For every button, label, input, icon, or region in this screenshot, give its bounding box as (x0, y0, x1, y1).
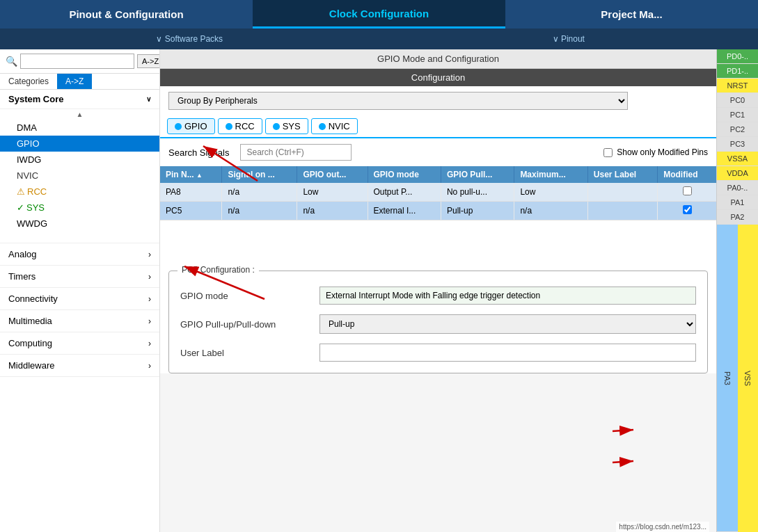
sidebar-item-gpio[interactable]: GPIO (0, 136, 159, 152)
col-modified: Modified (658, 166, 716, 183)
sidebar-category-computing[interactable]: Computing› (0, 332, 159, 355)
pin-vssa[interactable]: VSSA (717, 152, 758, 166)
pin-pd0[interactable]: PD0-.. (717, 49, 758, 64)
col-output: GPIO out... (297, 166, 368, 183)
pin-pa1[interactable]: PA1 (717, 195, 758, 210)
tab-nvic[interactable]: NVIC (311, 118, 358, 134)
pin-vss[interactable]: VSS (738, 225, 759, 532)
gpio-mode-value: External Interrupt Mode with Falling edg… (319, 287, 696, 305)
pin-pa2[interactable]: PA2 (717, 210, 758, 225)
pin-pd1[interactable]: PD1-.. (717, 64, 758, 79)
sidebar: 🔍 A->Z ⚙ Categories A->Z System Core ∨ ▲… (0, 49, 160, 532)
sidebar-sort-select[interactable]: A->Z (137, 54, 160, 68)
col-signal: Signal on ... (222, 166, 297, 183)
col-pull: GPIO Pull... (441, 166, 514, 183)
cell-mode: External I... (368, 202, 441, 220)
cell-pin: PC5 (160, 202, 222, 220)
cell-output: n/a (297, 202, 368, 220)
show-modified-checkbox[interactable] (603, 148, 613, 157)
gpio-table: Pin N... ▲ Signal on ... GPIO out... GPI… (160, 166, 716, 220)
table-row[interactable]: PA8 n/a Low Output P... No pull-u... Low (160, 183, 716, 202)
gpio-pull-label: GPIO Pull-up/Pull-down (180, 319, 319, 330)
col-mode: GPIO mode (368, 166, 441, 183)
tab-sys[interactable]: SYS (265, 118, 308, 134)
tab-rcc[interactable]: RCC (218, 118, 262, 134)
cell-signal: n/a (222, 183, 297, 202)
cell-pull: No pull-u... (441, 183, 514, 202)
sidebar-item-iwdg[interactable]: IWDG (0, 152, 159, 168)
col-userlabel: User Label (587, 166, 657, 183)
pin-pc3[interactable]: PC3 (717, 137, 758, 152)
subnav-software-packs[interactable]: ∨ Software Packs (0, 34, 379, 44)
pin-vdda[interactable]: VDDA (717, 166, 758, 181)
pin-pa0[interactable]: PA0-.. (717, 181, 758, 195)
pin-nrst[interactable]: NRST (717, 79, 758, 93)
cell-modified (658, 183, 716, 202)
sidebar-item-nvic[interactable]: NVIC (0, 168, 159, 184)
subnav-pinout[interactable]: ∨ Pinout (379, 34, 759, 44)
cell-pin: PA8 (160, 183, 222, 202)
sidebar-item-rcc[interactable]: ⚠RCC (0, 184, 159, 200)
group-by-select[interactable]: Group By Peripherals (168, 92, 628, 110)
sidebar-search-input[interactable] (20, 54, 134, 69)
search-signals-input[interactable] (240, 144, 352, 161)
cell-mode: Output P... (368, 183, 441, 202)
user-label-input[interactable] (319, 344, 696, 362)
search-icon: 🔍 (6, 56, 17, 67)
cell-maximum: Low (514, 183, 587, 202)
sidebar-category-middleware[interactable]: Middleware› (0, 355, 159, 377)
sidebar-category-multimedia[interactable]: Multimedia› (0, 310, 159, 332)
pin-pc1[interactable]: PC1 (717, 108, 758, 122)
search-signals-label: Search Signals (168, 147, 229, 158)
gpio-mode-label: GPIO mode (180, 291, 319, 301)
sidebar-item-dma[interactable]: DMA (0, 120, 159, 136)
systemcore-label: System Core (8, 94, 63, 104)
pc5-config-title: PC5 Configuration : (177, 265, 259, 275)
tab-clock[interactable]: Clock Configuration (253, 0, 505, 29)
sidebar-item-wwdg[interactable]: WWDG (0, 216, 159, 232)
show-modified-label: Show only Modified Pins (617, 147, 708, 157)
pin-pc2[interactable]: PC2 (717, 122, 758, 137)
tab-project[interactable]: Project Ma... (505, 0, 758, 29)
cell-pull: Pull-up (441, 202, 514, 220)
sidebar-category-timers[interactable]: Timers› (0, 266, 159, 288)
cell-userlabel (587, 202, 657, 220)
cell-userlabel (587, 183, 657, 202)
config-header: Configuration (160, 69, 716, 86)
content-header: GPIO Mode and Configuration (160, 49, 716, 69)
cell-modified (658, 202, 716, 220)
systemcore-chevron: ∨ (146, 95, 151, 103)
gpio-pull-select[interactable]: Pull-up No pull-up Pull-down (319, 314, 696, 334)
user-label-label: User Label (180, 348, 319, 358)
tab-pinout[interactable]: Pinout & Configuration (0, 0, 253, 29)
tab-gpio[interactable]: GPIO (167, 118, 215, 134)
content-area: GPIO Mode and Configuration Configuratio… (160, 49, 716, 532)
sidebar-category-connectivity[interactable]: Connectivity› (0, 288, 159, 310)
col-pin[interactable]: Pin N... ▲ (160, 166, 222, 183)
table-row[interactable]: PC5 n/a n/a External I... Pull-up n/a (160, 202, 716, 220)
cell-signal: n/a (222, 202, 297, 220)
pin-pa3[interactable]: PA3 (717, 225, 738, 532)
sidebar-category-systemcore[interactable]: System Core ∨ (0, 90, 159, 109)
col-maximum: Maximum... (514, 166, 587, 183)
url-bar: https://blog.csdn.net/m123... (616, 522, 709, 532)
pin-pc0[interactable]: PC0 (717, 93, 758, 108)
tab-categories[interactable]: Categories (0, 74, 57, 89)
tab-az[interactable]: A->Z (57, 74, 92, 89)
cell-maximum: n/a (514, 202, 587, 220)
sidebar-category-analog[interactable]: Analog› (0, 243, 159, 266)
cell-output: Low (297, 183, 368, 202)
sidebar-item-sys[interactable]: ✓SYS (0, 200, 159, 216)
right-panel: PD0-.. PD1-.. NRST PC0 PC1 PC2 PC3 VSSA … (716, 49, 758, 532)
